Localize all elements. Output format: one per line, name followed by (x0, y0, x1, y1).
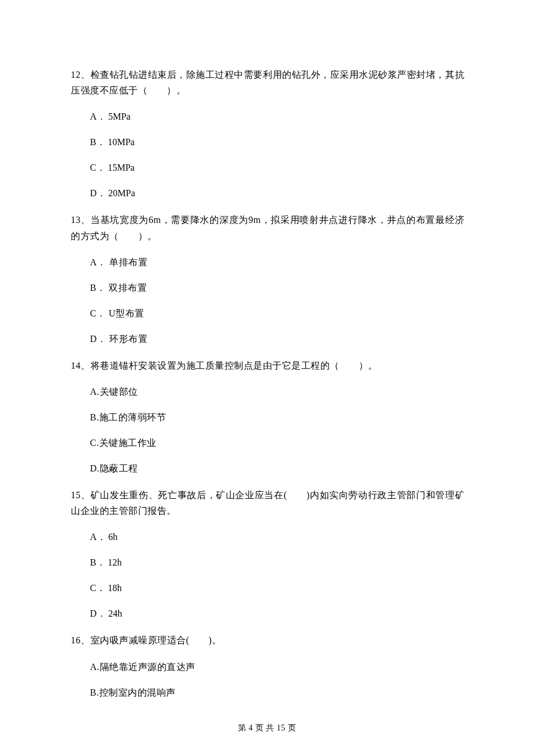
options-list: A． 5MPa B． 10MPa C． 15MPa D． 20MPa (71, 110, 464, 200)
question-stem: 检查钻孔钻进结束后，除施工过程中需要利用的钻孔外，应采用水泥砂浆严密封堵，其抗压… (71, 70, 464, 95)
option-c: C． 15MPa (90, 161, 464, 175)
option-a: A． 6h (90, 530, 464, 544)
option-d: D． 24h (90, 607, 464, 621)
question-stem: 室内吸声减噪原理适合( )。 (91, 635, 222, 645)
question-text: 15、矿山发生重伤、死亡事故后，矿山企业应当在( )内如实向劳动行政主管部门和管… (71, 487, 464, 519)
question-14: 14、将巷道锚杆安装设置为施工质量控制点是由于它是工程的（ ）。 A.关键部位 … (71, 358, 464, 476)
question-15: 15、矿山发生重伤、死亡事故后，矿山企业应当在( )内如实向劳动行政主管部门和管… (71, 487, 464, 621)
options-list: A． 6h B． 12h C． 18h D． 24h (71, 530, 464, 621)
question-text: 12、检查钻孔钻进结束后，除施工过程中需要利用的钻孔外，应采用水泥砂浆严密封堵，… (71, 67, 464, 98)
question-text: 13、当基坑宽度为6m，需要降水的深度为9m，拟采用喷射井点进行降水，井点的布置… (71, 212, 464, 243)
option-b: B． 双排布置 (90, 281, 464, 295)
options-list: A.关键部位 B.施工的薄弱环节 C.关键施工作业 D.隐蔽工程 (71, 385, 464, 476)
question-16: 16、室内吸声减噪原理适合( )。 A.隔绝靠近声源的直达声 B.控制室内的混响… (71, 632, 464, 699)
question-stem: 当基坑宽度为6m，需要降水的深度为9m，拟采用喷射井点进行降水，井点的布置最经济… (71, 215, 464, 240)
option-a: A． 单排布置 (90, 255, 464, 269)
option-d: D.隐蔽工程 (90, 462, 464, 476)
question-12: 12、检查钻孔钻进结束后，除施工过程中需要利用的钻孔外，应采用水泥砂浆严密封堵，… (71, 67, 464, 200)
question-text: 16、室内吸声减噪原理适合( )。 (71, 632, 464, 648)
option-a: A.隔绝靠近声源的直达声 (90, 660, 464, 674)
question-number: 16、 (71, 635, 91, 645)
option-d: D． 环形布置 (90, 332, 464, 346)
option-b: B． 10MPa (90, 135, 464, 149)
options-list: A.隔绝靠近声源的直达声 B.控制室内的混响声 (71, 660, 464, 700)
question-13: 13、当基坑宽度为6m，需要降水的深度为9m，拟采用喷射井点进行降水，井点的布置… (71, 212, 464, 345)
question-stem: 矿山发生重伤、死亡事故后，矿山企业应当在( )内如实向劳动行政主管部门和管理矿山… (71, 490, 464, 516)
question-text: 14、将巷道锚杆安装设置为施工质量控制点是由于它是工程的（ ）。 (71, 358, 464, 373)
option-c: C． 18h (90, 581, 464, 595)
page-content: 12、检查钻孔钻进结束后，除施工过程中需要利用的钻孔外，应采用水泥砂浆严密封堵，… (0, 0, 534, 700)
question-number: 13、 (71, 215, 91, 225)
option-b: B． 12h (90, 556, 464, 570)
option-a: A.关键部位 (90, 385, 464, 399)
option-b: B.控制室内的混响声 (90, 686, 464, 700)
options-list: A． 单排布置 B． 双排布置 C． U型布置 D． 环形布置 (71, 255, 464, 346)
question-number: 15、 (71, 490, 91, 500)
question-stem: 将巷道锚杆安装设置为施工质量控制点是由于它是工程的（ ）。 (91, 361, 378, 370)
option-b: B.施工的薄弱环节 (90, 411, 464, 424)
option-d: D． 20MPa (90, 186, 464, 200)
page-footer: 第 4 页 共 15 页 (0, 722, 534, 734)
option-a: A． 5MPa (90, 110, 464, 124)
option-c: C． U型布置 (90, 307, 464, 321)
option-c: C.关键施工作业 (90, 436, 464, 450)
question-number: 12、 (71, 70, 91, 80)
question-number: 14、 (71, 361, 91, 370)
